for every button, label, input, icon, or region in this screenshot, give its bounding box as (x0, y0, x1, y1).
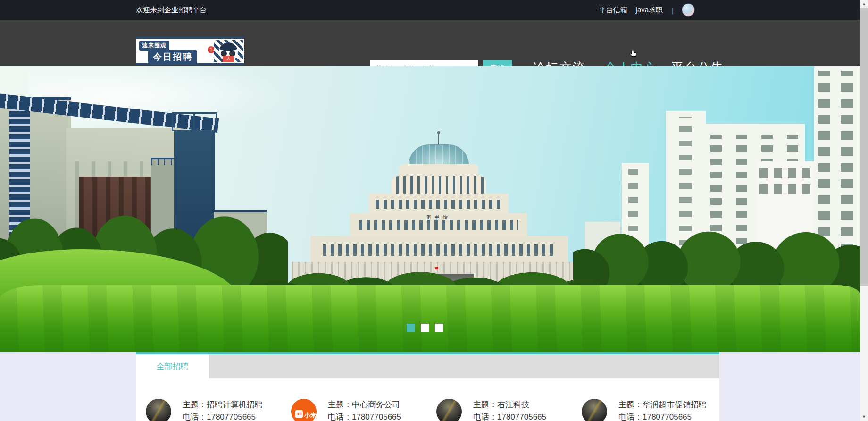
job-card-text: 主题：中心商务公司 电话：17807705665 (328, 399, 401, 421)
job-seek-link[interactable]: java求职 (636, 6, 663, 15)
job-phone: 电话：17807705665 (618, 411, 707, 421)
company-avatar: mi 小米 (291, 399, 317, 421)
logo-title: 今日招聘 (148, 50, 197, 65)
window-band (760, 168, 810, 178)
tab-all-jobs[interactable]: 全部招聘 (136, 354, 209, 378)
job-theme: 主题：中心商务公司 (328, 399, 401, 411)
library-colonnade (392, 175, 486, 194)
carousel-dots (407, 324, 443, 332)
site-logo[interactable]: 速来围观 今日招聘 1 人 (136, 37, 244, 65)
job-card[interactable]: 主题：招聘计算机招聘 电话：17807705665 (146, 399, 291, 421)
job-theme: 主题：招聘计算机招聘 (183, 399, 263, 411)
lawn (0, 285, 860, 352)
company-avatar (146, 399, 171, 421)
hero-carousel: 图书馆 (0, 66, 860, 352)
mi-logo: mi (295, 410, 303, 418)
mailbox-link[interactable]: 平台信箱 (599, 6, 627, 15)
page: 欢迎来到企业招聘平台 平台信箱 java求职 | 速来围观 今日招聘 1 人 (0, 0, 868, 421)
mouse-cursor (628, 49, 639, 59)
mascot-icon: 人 (214, 40, 243, 62)
tab-row: 全部招聘 (136, 354, 719, 378)
job-phone: 电话：17807705665 (328, 411, 401, 421)
library-spire (438, 133, 439, 145)
tree-line-right (573, 222, 860, 295)
scrollbar-thumb[interactable] (860, 8, 868, 286)
company-avatar (582, 399, 607, 421)
topbar-right: 平台信箱 java求职 | (599, 0, 695, 20)
welcome-text: 欢迎来到企业招聘平台 (136, 0, 207, 20)
window-band (760, 184, 810, 194)
hero-roof-frame (172, 112, 217, 131)
vertical-scrollbar: ▲ ▼ (860, 0, 868, 421)
user-avatar[interactable] (682, 3, 695, 17)
scroll-down-icon[interactable]: ▼ (860, 413, 868, 421)
logo-tagline: 速来围观 (139, 41, 169, 51)
job-card-text: 主题：招聘计算机招聘 电话：17807705665 (183, 399, 263, 421)
library-drum (399, 164, 478, 176)
carousel-dot-1[interactable] (407, 324, 415, 332)
job-card-text: 主题：右江科技 电话：17807705665 (473, 399, 546, 421)
topbar: 欢迎来到企业招聘平台 平台信箱 java求职 | (0, 0, 860, 20)
job-phone: 电话：17807705665 (183, 411, 263, 421)
carousel-dot-3[interactable] (435, 324, 443, 332)
navbar: 速来围观 今日招聘 1 人 查找 论坛交流 个人中心 平台公告 (0, 20, 860, 66)
window-band (323, 244, 555, 256)
library-tier-4 (310, 236, 568, 262)
job-card-text: 主题：华润超市促销招聘 电话：17807705665 (618, 399, 707, 421)
tab-row-filler (209, 354, 719, 378)
window-band (376, 200, 501, 209)
carousel-dot-2[interactable] (421, 324, 429, 332)
job-card[interactable]: 主题：华润超市促销招聘 电话：17807705665 (582, 399, 727, 421)
window-band (359, 220, 518, 230)
company-avatar (436, 399, 462, 421)
library-sign: 图书馆 (415, 214, 462, 221)
job-theme: 主题：华润超市促销招聘 (618, 399, 707, 411)
library-dome (409, 144, 469, 165)
library-tier-2 (369, 194, 509, 213)
mi-logo-text: 小米 (304, 411, 317, 420)
mascot-body: 人 (223, 56, 234, 62)
job-cards: 主题：招聘计算机招聘 电话：17807705665 mi 小米 主题：中心商务公… (146, 399, 727, 421)
separator: | (671, 6, 673, 14)
job-phone: 电话：17807705665 (473, 411, 546, 421)
job-card[interactable]: mi 小米 主题：中心商务公司 电话：17807705665 (291, 399, 436, 421)
job-theme: 主题：右江科技 (473, 399, 546, 411)
scroll-up-icon[interactable]: ▲ (860, 0, 868, 8)
job-card[interactable]: 主题：右江科技 电话：17807705665 (436, 399, 582, 421)
job-list-panel: 主题：招聘计算机招聘 电话：17807705665 mi 小米 主题：中心商务公… (136, 378, 719, 421)
mascot-hair (219, 42, 238, 51)
